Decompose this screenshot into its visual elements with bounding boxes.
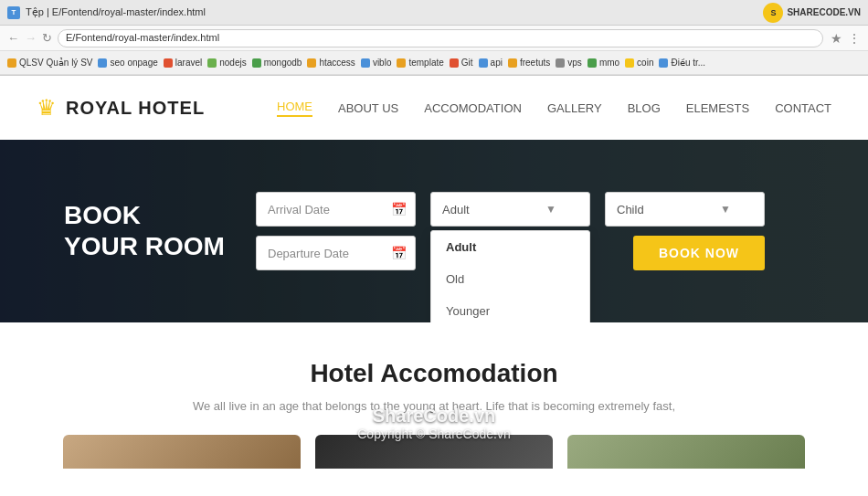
nav-gallery[interactable]: GALLERY xyxy=(547,101,602,115)
chevron-down-icon-child: ▼ xyxy=(720,203,731,216)
child-select[interactable]: Child ▼ xyxy=(605,192,765,227)
bookmarks-bar: QLSV Quản lý SV seo onpage laravel nodej… xyxy=(0,51,868,75)
browser-title-bar: T Tệp | E/Fontend/royal-master/index.htm… xyxy=(0,0,868,26)
adult-dropdown-menu: Adult Old Younger Potato xyxy=(430,230,590,322)
nav-blog[interactable]: BLOG xyxy=(628,101,661,115)
adult-select-label: Adult xyxy=(442,203,470,216)
adult-select-wrap: Adult ▼ Adult Old Younge xyxy=(430,192,590,227)
settings-icon[interactable]: ⋮ xyxy=(848,31,861,46)
hero-title-line2: YOUR ROOM xyxy=(64,231,228,262)
accommodation-title: Hotel Accomodation xyxy=(18,359,850,388)
bookmark-dieu-tr[interactable]: Điều tr... xyxy=(659,58,705,68)
dropdown-item-adult[interactable]: Adult xyxy=(431,231,589,263)
nav-elemests[interactable]: ELEMESTS xyxy=(686,101,749,115)
dates-column: Arrival Date 📅 Departure Date 📅 xyxy=(256,192,416,270)
room-cards-row: 💡 xyxy=(18,435,850,469)
room-card-3[interactable] xyxy=(567,435,805,469)
room-card-2[interactable]: 💡 xyxy=(315,435,553,469)
nav-accomodation[interactable]: ACCOMODATION xyxy=(424,101,522,115)
nav-home[interactable]: HOME xyxy=(277,100,312,117)
room-card-1[interactable] xyxy=(63,435,301,469)
bookmark-api[interactable]: api xyxy=(479,58,503,68)
hero-title: BOOK YOUR ROOM xyxy=(64,200,228,261)
departure-date-label: Departure Date xyxy=(268,247,349,260)
departure-input-wrap: Departure Date 📅 xyxy=(256,236,416,270)
arrival-date-label: Arrival Date xyxy=(268,203,330,216)
nav-contact[interactable]: CONTACT xyxy=(775,101,831,115)
chevron-down-icon-adult: ▼ xyxy=(545,203,556,216)
brand-icon: S xyxy=(763,3,783,23)
child-select-wrap: Child ▼ xyxy=(605,192,765,227)
bookmark-viblo[interactable]: viblo xyxy=(361,58,392,68)
reload-icon[interactable]: ↻ xyxy=(42,31,52,45)
bookmark-laravel[interactable]: laravel xyxy=(164,58,202,68)
browser-url-bar[interactable]: E/Fontend/royal-master/index.html xyxy=(58,29,823,47)
crown-icon: ♛ xyxy=(37,95,57,121)
browser-brand: S SHARECODE.VN xyxy=(763,3,861,23)
back-icon[interactable]: ← xyxy=(7,31,19,45)
bookmark-mmo[interactable]: mmo xyxy=(587,58,619,68)
logo: ♛ ROYAL HOTEL xyxy=(37,95,205,121)
browser-tab-title: Tệp | E/Fontend/royal-master/index.html xyxy=(26,6,206,18)
book-now-button[interactable]: BOOK NOW xyxy=(633,236,765,270)
accommodation-subtitle: We all live in an age that belongs to th… xyxy=(18,399,850,413)
bookmark-nodejs[interactable]: nodejs xyxy=(207,58,246,68)
nav-about[interactable]: ABOUT US xyxy=(338,101,398,115)
bookmark-qlsv[interactable]: QLSV Quản lý SV xyxy=(7,58,92,68)
dropdown-item-younger[interactable]: Younger xyxy=(431,295,589,322)
adult-select[interactable]: Adult ▼ xyxy=(430,192,590,227)
brand-label: SHARECODE.VN xyxy=(787,7,861,17)
browser-favicon: T xyxy=(7,6,20,19)
bookmark-freetuts[interactable]: freetuts xyxy=(508,58,550,68)
adult-column: Adult ▼ Adult Old Younge xyxy=(430,192,590,227)
child-book-column: Child ▼ BOOK NOW xyxy=(605,192,765,270)
dropdown-item-old[interactable]: Old xyxy=(431,263,589,295)
browser-chrome: T Tệp | E/Fontend/royal-master/index.htm… xyxy=(0,0,868,76)
hero-section: BOOK YOUR ROOM Arrival Date 📅 Departure xyxy=(0,140,868,322)
browser-address-bar: ← → ↻ E/Fontend/royal-master/index.html … xyxy=(0,26,868,51)
bookmark-seo[interactable]: seo onpage xyxy=(98,58,157,68)
site-header: ♛ ROYAL HOTEL HOME ABOUT US ACCOMODATION… xyxy=(0,76,868,140)
bookmark-vps[interactable]: vps xyxy=(556,58,582,68)
bookmark-mongodb[interactable]: mongodb xyxy=(252,58,302,68)
bookmark-coin[interactable]: coin xyxy=(625,58,653,68)
calendar-icon-arrival: 📅 xyxy=(391,202,407,216)
child-select-label: Child xyxy=(617,203,644,216)
bookmark-git[interactable]: Git xyxy=(450,58,473,68)
accommodation-section: Hotel Accomodation We all live in an age… xyxy=(0,322,868,469)
website-content: ♛ ROYAL HOTEL HOME ABOUT US ACCOMODATION… xyxy=(0,76,868,469)
arrival-input-wrap: Arrival Date 📅 xyxy=(256,192,416,227)
hero-title-line1: BOOK xyxy=(64,200,228,231)
forward-icon[interactable]: → xyxy=(25,31,37,45)
logo-text: ROYAL HOTEL xyxy=(66,98,205,119)
bookmark-htaccess[interactable]: htaccess xyxy=(307,58,355,68)
hero-content: BOOK YOUR ROOM Arrival Date 📅 Departure xyxy=(0,192,868,270)
star-icon[interactable]: ★ xyxy=(831,31,842,46)
bookmark-template[interactable]: template xyxy=(397,58,443,68)
booking-form: Arrival Date 📅 Departure Date 📅 xyxy=(256,192,804,270)
calendar-icon-departure: 📅 xyxy=(391,246,407,260)
main-nav: HOME ABOUT US ACCOMODATION GALLERY BLOG … xyxy=(277,100,831,117)
